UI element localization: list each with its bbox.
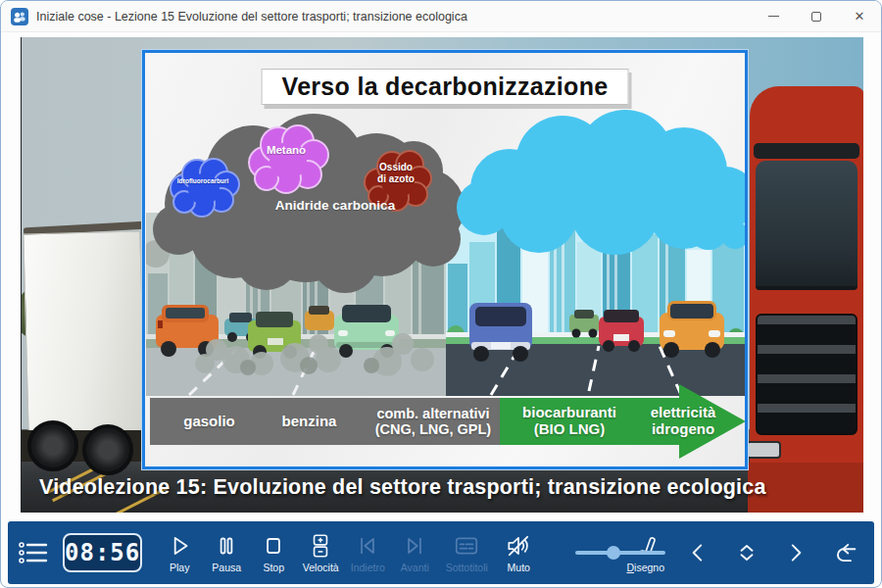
player-toolbar: 08:56 Play Pausa Stop — [8, 521, 874, 584]
timeline-label-comb-alternativi: comb. alternativi (CNG, LNG, GPL) — [359, 398, 508, 445]
time-display: 08:56 — [63, 533, 142, 572]
slide-title: Verso la decarbonizzazione — [282, 73, 609, 101]
draw-icon — [632, 532, 660, 560]
speed-icon — [307, 532, 334, 560]
skip-forward-icon — [401, 532, 428, 560]
skip-back-button[interactable]: Indietro — [344, 523, 391, 582]
return-button[interactable] — [825, 529, 864, 576]
skip-back-icon — [354, 532, 381, 560]
slider-thumb[interactable] — [607, 546, 620, 560]
slider-track[interactable] — [575, 551, 665, 555]
speed-button[interactable]: Velocità — [297, 523, 344, 582]
minimize-icon — [768, 16, 779, 18]
maximize-icon — [811, 12, 821, 22]
methane-cloud — [243, 123, 331, 196]
white-truck-photo — [22, 209, 149, 483]
nav-previous-button[interactable] — [678, 529, 717, 576]
nav-next-button[interactable] — [776, 529, 815, 576]
timeline-label-biocarburanti: biocarburanti (BIO LNG) — [506, 398, 633, 445]
cloud-label-hydrofluorocarbons: Idrofluorocarburi — [165, 177, 241, 184]
red-truck-photo — [742, 86, 863, 513]
lesson-slide: Verso la decarbonizzazione — [142, 50, 748, 469]
clean-air-cloud — [449, 118, 743, 247]
return-arrow-icon — [832, 540, 858, 565]
skip-forward-button[interactable]: Avanti — [391, 523, 438, 582]
cloud-label-nitrogen-oxide: Ossido di azoto — [363, 162, 429, 184]
play-button[interactable]: Play — [156, 523, 203, 582]
hydrofluorocarbons-cloud — [165, 157, 241, 218]
timeline-label-benzina: benzina — [263, 398, 356, 445]
play-icon — [175, 538, 187, 554]
subtitles-icon — [453, 532, 480, 560]
fuel-timeline: gasolio benzina comb. alternativi (CNG, … — [145, 398, 748, 445]
app-icon — [11, 8, 28, 25]
chapter-list-button[interactable] — [18, 533, 49, 572]
subtitles-button[interactable]: Sottotitoli — [438, 523, 495, 582]
window-title: Iniziale cose - Lezione 15 Evoluzione de… — [36, 10, 752, 24]
chevron-right-icon — [783, 540, 808, 565]
cloud-label-methane: Metano — [251, 144, 321, 156]
titlebar: Iniziale cose - Lezione 15 Evoluzione de… — [1, 1, 881, 32]
video-caption: Videolezione 15: Evoluzione del settore … — [39, 475, 766, 500]
volume-slider[interactable] — [575, 546, 611, 560]
mute-button[interactable]: Muto — [495, 523, 542, 582]
chevron-up-down-icon — [734, 540, 760, 565]
app-window: Iniziale cose - Lezione 15 Evoluzione de… — [0, 0, 882, 588]
stop-button[interactable]: Stop — [250, 523, 297, 582]
close-button[interactable]: ✕ — [838, 1, 881, 31]
video-stage: Verso la decarbonizzazione — [21, 37, 863, 513]
timeline-label-elettricita-idrogeno: elettricità idrogeno — [633, 398, 733, 445]
minimize-button[interactable] — [752, 1, 795, 31]
pause-icon — [221, 538, 225, 553]
stop-icon — [268, 539, 279, 553]
mute-icon — [505, 532, 532, 560]
cloud-label-carbon-dioxide: Anidride carbonica — [239, 198, 431, 213]
maximize-button[interactable] — [795, 1, 838, 31]
timeline-label-gasolio: gasolio — [163, 398, 256, 445]
chevron-left-icon — [685, 540, 710, 565]
pause-button[interactable]: Pausa — [203, 523, 250, 582]
slide-title-box: Verso la decarbonizzazione — [262, 69, 629, 105]
nav-expand-button[interactable] — [727, 529, 766, 576]
